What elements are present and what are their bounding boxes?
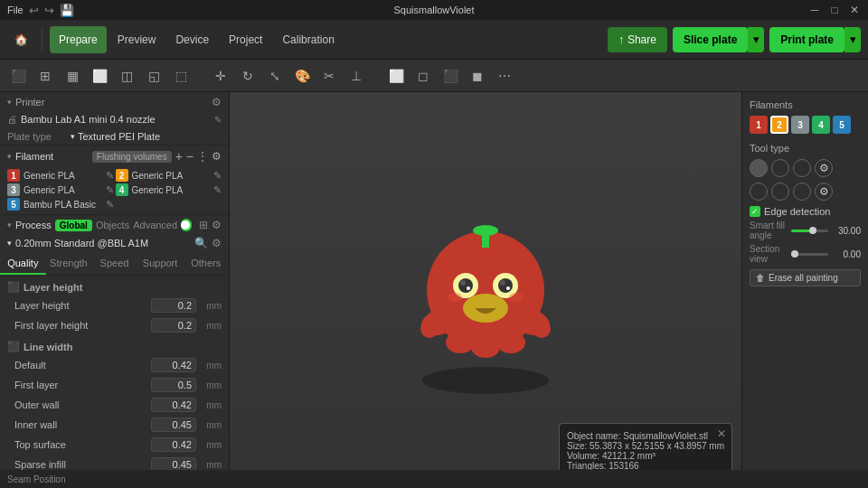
badge-objects[interactable]: Objects bbox=[96, 220, 129, 230]
plate-chevron: ▾ bbox=[71, 132, 75, 141]
inner-wall-input[interactable] bbox=[151, 418, 196, 432]
filament-color-4[interactable]: 4 bbox=[116, 183, 128, 196]
tool-circle-8[interactable]: ⚙ bbox=[815, 183, 833, 201]
first-layer-height-input[interactable] bbox=[151, 318, 196, 333]
arrange-tool[interactable]: ▦ bbox=[60, 63, 85, 89]
filament-remove-icon[interactable]: − bbox=[186, 149, 193, 164]
tool-circle-3[interactable] bbox=[793, 159, 811, 177]
first-layer-lw-input[interactable] bbox=[151, 378, 196, 392]
tool-circle-4[interactable]: ⚙ bbox=[815, 159, 833, 177]
layer-height-group: ⬛ Layer height bbox=[0, 276, 229, 296]
tool-circle-5[interactable] bbox=[750, 183, 768, 201]
nav-device[interactable]: Device bbox=[166, 26, 218, 53]
print-dropdown[interactable]: ▾ bbox=[844, 27, 861, 52]
process-search-icon[interactable]: 🔍 bbox=[194, 237, 208, 249]
filament-edit-1[interactable]: ✎ bbox=[106, 170, 114, 182]
right-fil-1[interactable]: 1 bbox=[750, 116, 768, 134]
filament-menu-icon[interactable]: ⋮ bbox=[197, 150, 208, 163]
flatten-tool[interactable]: ⬜ bbox=[87, 63, 112, 89]
tool-circle-7[interactable] bbox=[793, 183, 811, 201]
tab-quality[interactable]: Quality bbox=[0, 253, 46, 275]
rotate-tool[interactable]: ↻ bbox=[235, 63, 260, 89]
filament-add-icon[interactable]: + bbox=[175, 149, 183, 164]
scale-tool[interactable]: ⤡ bbox=[262, 63, 288, 89]
process-icon-2[interactable]: ⚙ bbox=[212, 219, 222, 231]
layer-tool[interactable]: ◱ bbox=[141, 63, 166, 89]
cut-tool[interactable]: ✂ bbox=[316, 63, 342, 89]
right-fil-2[interactable]: 2 bbox=[770, 116, 788, 134]
filament-edit-5[interactable]: ✎ bbox=[106, 199, 114, 211]
nav-prepare[interactable]: Prepare bbox=[50, 26, 107, 53]
filament-edit-2[interactable]: ✎ bbox=[213, 170, 222, 182]
nav-preview[interactable]: Preview bbox=[108, 26, 165, 53]
minimize-button[interactable]: ─ bbox=[808, 4, 821, 16]
save-icon[interactable]: 💾 bbox=[60, 4, 74, 17]
process-chevron[interactable]: ▾ bbox=[7, 221, 12, 230]
filament-color-3[interactable]: 3 bbox=[7, 183, 20, 196]
edge-detection-checkbox[interactable]: ✓ bbox=[750, 206, 760, 217]
smart-fill-track[interactable] bbox=[791, 230, 829, 232]
view-tool-1[interactable]: ⬜ bbox=[383, 63, 409, 89]
erase-all-button[interactable]: 🗑 Erase all painting bbox=[750, 269, 861, 286]
tab-others[interactable]: Others bbox=[183, 253, 229, 275]
menu-file[interactable]: File bbox=[7, 5, 24, 15]
view-tool-4[interactable]: ◼ bbox=[465, 63, 490, 89]
section-view-thumb[interactable] bbox=[791, 250, 798, 258]
advanced-toggle[interactable] bbox=[181, 219, 192, 231]
filament-edit-4[interactable]: ✎ bbox=[213, 184, 222, 196]
nav-calibration[interactable]: Calibration bbox=[273, 26, 343, 53]
top-surface-input[interactable] bbox=[151, 437, 196, 452]
tab-speed[interactable]: Speed bbox=[91, 253, 137, 275]
home-button[interactable]: 🏠 bbox=[7, 26, 34, 53]
slice-view-tool[interactable]: ◫ bbox=[114, 63, 139, 89]
print-button[interactable]: Print plate bbox=[769, 27, 844, 52]
outer-wall-input[interactable] bbox=[151, 398, 196, 412]
filament-color-5[interactable]: 5 bbox=[7, 198, 20, 211]
redo-icon[interactable]: ↪ bbox=[44, 4, 54, 17]
orient-tool[interactable]: ⬛ bbox=[5, 63, 31, 89]
filament-settings-icon[interactable]: ⚙ bbox=[212, 150, 222, 163]
printer-chevron[interactable]: ▾ bbox=[7, 98, 12, 107]
tool-circle-6[interactable] bbox=[771, 183, 789, 201]
process-icon-1[interactable]: ⊞ bbox=[199, 219, 208, 231]
undo-icon[interactable]: ↩ bbox=[29, 4, 39, 17]
obj-info-close-button[interactable]: ✕ bbox=[717, 427, 726, 440]
right-fil-5[interactable]: 5 bbox=[833, 116, 851, 134]
layer-height-input[interactable] bbox=[151, 298, 196, 313]
filament-color-2[interactable]: 2 bbox=[116, 169, 128, 182]
view-tool-2[interactable]: ◻ bbox=[410, 63, 436, 89]
support-tool[interactable]: ⬚ bbox=[168, 63, 193, 89]
default-lw-input[interactable] bbox=[151, 358, 196, 372]
more-tool[interactable]: ⋯ bbox=[492, 63, 517, 89]
tool-circle-1[interactable] bbox=[750, 159, 768, 177]
process-settings-icon[interactable]: ⚙ bbox=[212, 237, 222, 249]
badge-global[interactable]: Global bbox=[55, 220, 92, 231]
right-fil-4[interactable]: 4 bbox=[812, 116, 830, 134]
move-tool[interactable]: ✛ bbox=[208, 63, 233, 89]
close-button[interactable]: ✕ bbox=[848, 4, 861, 16]
tool-circle-2[interactable] bbox=[771, 159, 789, 177]
section-view-track[interactable] bbox=[791, 253, 829, 256]
grid-tool[interactable]: ⊞ bbox=[33, 63, 58, 89]
svg-point-6 bbox=[460, 280, 466, 286]
slice-dropdown[interactable]: ▾ bbox=[748, 27, 764, 52]
slice-button[interactable]: Slice plate bbox=[673, 27, 748, 52]
printer-settings-icon[interactable]: ⚙ bbox=[212, 96, 222, 108]
printer-edit-icon[interactable]: ✎ bbox=[214, 115, 222, 125]
color-tool[interactable]: 🎨 bbox=[289, 63, 315, 89]
filament-chevron[interactable]: ▾ bbox=[7, 152, 12, 161]
filament-color-1[interactable]: 1 bbox=[7, 169, 20, 182]
support2-tool[interactable]: ⊥ bbox=[344, 63, 369, 89]
titlebar-left: File ↩ ↪ 💾 bbox=[7, 4, 74, 17]
smart-fill-thumb[interactable] bbox=[809, 227, 816, 234]
view-tool-3[interactable]: ⬛ bbox=[438, 63, 463, 89]
right-fil-3[interactable]: 3 bbox=[791, 116, 809, 134]
tab-strength[interactable]: Strength bbox=[46, 253, 92, 275]
share-button[interactable]: ↑ Share bbox=[608, 27, 667, 52]
canvas-area[interactable]: ✕ Object name: SquismallowViolet.stl Siz… bbox=[230, 92, 741, 488]
nav-project[interactable]: Project bbox=[220, 26, 271, 53]
maximize-button[interactable]: □ bbox=[828, 4, 841, 16]
tab-support[interactable]: Support bbox=[137, 253, 184, 275]
filament-edit-3[interactable]: ✎ bbox=[106, 184, 114, 196]
plate-type-value[interactable]: ▾ Textured PEI Plate bbox=[71, 131, 160, 142]
